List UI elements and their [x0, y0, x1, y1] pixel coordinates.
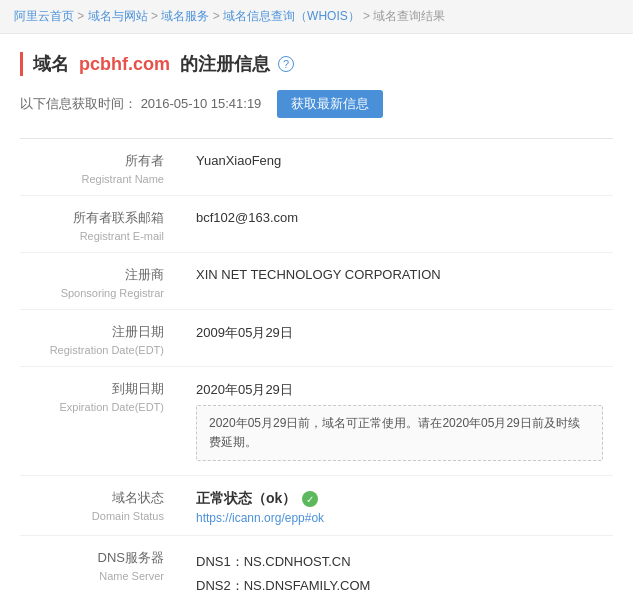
breadcrumb-service[interactable]: 域名服务 [161, 9, 209, 23]
name-server-row: DNS服务器 Name Server DNS1：NS.CDNHOST.CN DN… [20, 536, 613, 592]
fetch-label: 以下信息获取时间： [20, 96, 137, 111]
title-suffix: 的注册信息 [180, 54, 270, 74]
help-icon[interactable]: ? [278, 56, 294, 72]
registrant-name-row: 所有者 Registrant Name YuanXiaoFeng [20, 139, 613, 196]
breadcrumb-sep2: > [151, 9, 161, 23]
registration-date-label: 注册日期 Registration Date(EDT) [20, 310, 180, 366]
sponsoring-registrar-value: XIN NET TECHNOLOGY CORPORATION [180, 253, 613, 309]
expiration-date-value: 2020年05月29日 2020年05月29日前，域名可正常使用。请在2020年… [180, 367, 613, 475]
status-value-row: 正常状态（ok） ✓ [196, 490, 603, 508]
title-prefix: 域名 [33, 54, 69, 74]
registration-date-value: 2009年05月29日 [180, 310, 613, 366]
breadcrumb-current: 域名查询结果 [373, 9, 445, 23]
breadcrumb-home[interactable]: 阿里云首页 [14, 9, 74, 23]
registrant-name-value: YuanXiaoFeng [180, 139, 613, 195]
title-row: 域名 pcbhf.com 的注册信息 ? [20, 52, 613, 76]
status-ok-text: 正常状态（ok） [196, 490, 296, 508]
registrant-name-label: 所有者 Registrant Name [20, 139, 180, 195]
info-table: 所有者 Registrant Name YuanXiaoFeng 所有者联系邮箱… [20, 138, 613, 592]
fetch-latest-button[interactable]: 获取最新信息 [277, 90, 383, 118]
fetch-time-label: 以下信息获取时间： 2016-05-10 15:41:19 [20, 95, 261, 113]
check-icon: ✓ [302, 491, 318, 507]
breadcrumb-sep: > [77, 9, 87, 23]
registrant-email-row: 所有者联系邮箱 Registrant E-mail bcf102@163.com [20, 196, 613, 253]
breadcrumb-sep3: > [213, 9, 223, 23]
expiration-date-text: 2020年05月29日 [196, 381, 603, 399]
expiration-date-row: 到期日期 Expiration Date(EDT) 2020年05月29日 20… [20, 367, 613, 476]
breadcrumb-whois[interactable]: 域名信息查询（WHOIS） [223, 9, 360, 23]
dns1-value: DNS1：NS.CDNHOST.CN [196, 550, 603, 573]
status-link[interactable]: https://icann.org/epp#ok [196, 511, 603, 525]
name-server-value: DNS1：NS.CDNHOST.CN DNS2：NS.DNSFAMILY.COM [180, 536, 613, 592]
sponsoring-registrar-label: 注册商 Sponsoring Registrar [20, 253, 180, 309]
main-content: 域名 pcbhf.com 的注册信息 ? 以下信息获取时间： 2016-05-1… [0, 34, 633, 592]
title-domain: pcbhf.com [79, 54, 170, 74]
registrant-email-value: bcf102@163.com [180, 196, 613, 252]
dns2-value: DNS2：NS.DNSFAMILY.COM [196, 574, 603, 592]
registrant-email-label: 所有者联系邮箱 Registrant E-mail [20, 196, 180, 252]
expiration-date-label: 到期日期 Expiration Date(EDT) [20, 367, 180, 475]
fetch-row: 以下信息获取时间： 2016-05-10 15:41:19 获取最新信息 [20, 90, 613, 118]
expiration-notice: 2020年05月29日前，域名可正常使用。请在2020年05月29日前及时续费延… [196, 405, 603, 461]
breadcrumb-domains[interactable]: 域名与网站 [88, 9, 148, 23]
registration-date-row: 注册日期 Registration Date(EDT) 2009年05月29日 [20, 310, 613, 367]
domain-status-label: 域名状态 Domain Status [20, 476, 180, 535]
name-server-label: DNS服务器 Name Server [20, 536, 180, 592]
domain-status-value: 正常状态（ok） ✓ https://icann.org/epp#ok [180, 476, 613, 535]
fetch-time-value: 2016-05-10 15:41:19 [141, 96, 262, 111]
breadcrumb-sep4: > [363, 9, 373, 23]
breadcrumb: 阿里云首页 > 域名与网站 > 域名服务 > 域名信息查询（WHOIS） > 域… [0, 0, 633, 34]
domain-status-row: 域名状态 Domain Status 正常状态（ok） ✓ https://ic… [20, 476, 613, 536]
page-title: 域名 pcbhf.com 的注册信息 [33, 52, 270, 76]
sponsoring-registrar-row: 注册商 Sponsoring Registrar XIN NET TECHNOL… [20, 253, 613, 310]
